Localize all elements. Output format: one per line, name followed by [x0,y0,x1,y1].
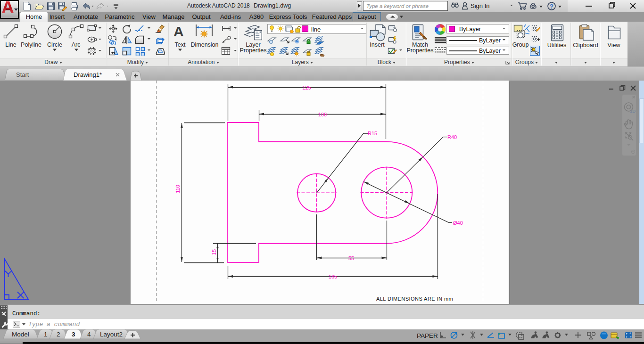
svg-text:Drawing1*: Drawing1* [74,71,102,78]
svg-text:1: 1 [44,331,48,338]
svg-text:165: 165 [329,274,337,279]
svg-text:2: 2 [57,331,60,338]
svg-text:ALL DIMENSIONS ARE IN mm: ALL DIMENSIONS ARE IN mm [376,296,453,302]
svg-text:2D: 2D [630,109,636,114]
svg-text:110: 110 [175,185,181,193]
svg-text:R15: R15 [368,131,377,136]
svg-text:Layout2: Layout2 [100,331,123,338]
svg-text:125: 125 [302,85,311,90]
svg-text:?: ? [550,3,553,10]
svg-text:4: 4 [87,331,91,338]
svg-text:Ø40: Ø40 [453,220,463,226]
svg-text:R40: R40 [447,134,457,140]
svg-text:Model: Model [12,331,29,338]
svg-text:3: 3 [72,331,75,338]
svg-text:55: 55 [348,255,354,261]
svg-text:100: 100 [318,112,327,117]
svg-text:Start: Start [16,71,29,78]
svg-text:15: 15 [211,249,217,255]
